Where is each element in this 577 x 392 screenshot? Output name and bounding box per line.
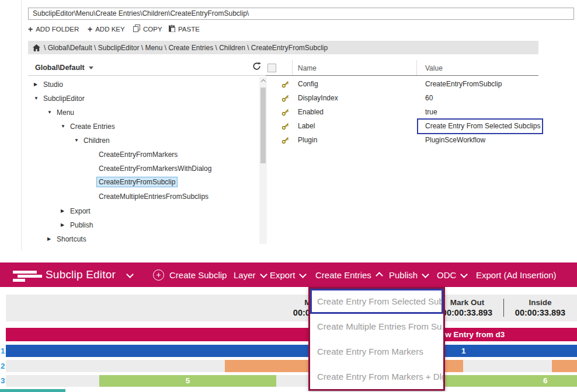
table-row-value[interactable]: true bbox=[425, 105, 437, 119]
table-row-value[interactable]: CreateEntryFromSubclip bbox=[425, 77, 502, 91]
app-logo bbox=[13, 279, 25, 282]
chevron-collapsed-icon[interactable] bbox=[61, 222, 70, 228]
tree-item-label: Children bbox=[84, 136, 110, 145]
tree-root-label: Global\Default bbox=[35, 64, 85, 72]
refresh-button[interactable] bbox=[252, 62, 261, 73]
inside-label: Inside bbox=[499, 298, 577, 308]
tree-item-label: CreateEntryFromSubclip bbox=[96, 177, 178, 187]
column-header-value[interactable]: Value bbox=[425, 61, 443, 75]
tree-item-create-entries[interactable]: Create Entries bbox=[61, 121, 115, 132]
chevron-down-icon bbox=[260, 271, 267, 278]
scroll-up-icon[interactable] bbox=[260, 79, 265, 84]
inside-section: Inside 00:00:33.893 bbox=[499, 298, 577, 318]
clip-number: 6 bbox=[543, 375, 548, 387]
breadcrumb[interactable]: \ Global\Default \ SubclipEditor \ Menu … bbox=[28, 41, 538, 54]
home-icon[interactable] bbox=[33, 44, 40, 51]
column-header-name[interactable]: Name bbox=[298, 61, 317, 75]
table-row-name[interactable]: Plugin bbox=[298, 133, 317, 147]
menu-export-ad-insertion[interactable]: Export (Ad Insertion) bbox=[476, 262, 557, 287]
chevron-down-icon bbox=[460, 271, 468, 278]
app-logo bbox=[18, 275, 42, 278]
tree-item-createentryfromsubclip-selected[interactable]: CreateEntryFromSubclip bbox=[96, 176, 178, 187]
table-row-name[interactable]: Enabled bbox=[298, 105, 324, 119]
chevron-collapsed-icon[interactable] bbox=[47, 236, 57, 242]
paste-button[interactable]: PASTE bbox=[168, 24, 200, 33]
chevron-down-icon bbox=[299, 271, 307, 278]
track-3-clip[interactable]: 5 bbox=[99, 375, 276, 387]
chevron-up-icon bbox=[376, 272, 383, 279]
tree-item-createmultipleentriesfromsubclips[interactable]: CreateMultipleEntriesFromSubclips bbox=[99, 191, 208, 202]
copy-icon bbox=[133, 24, 140, 33]
app-title[interactable]: Subclip Editor bbox=[46, 262, 116, 287]
dropdown-item-create-entry-from-markers[interactable]: Create Entry From Markers bbox=[310, 339, 443, 364]
tree-item-label: Shortcuts bbox=[57, 235, 86, 243]
track-label-3: 3 bbox=[1, 375, 6, 387]
timeline-entry-bar[interactable]: New Entry from d3 bbox=[6, 328, 577, 341]
tree-item-export[interactable]: Export bbox=[61, 205, 91, 216]
tree-item-createentryfrommarkers[interactable]: CreateEntryFromMarkers bbox=[99, 149, 178, 160]
path-input[interactable]: SubclipEditor\Menu\Create Entries\Childr… bbox=[28, 8, 574, 20]
plus-icon: + bbox=[28, 26, 33, 33]
chevron-expanded-icon[interactable] bbox=[34, 96, 43, 101]
paste-icon bbox=[168, 24, 175, 33]
column-divider bbox=[416, 60, 417, 75]
tree-item-subclipeditor[interactable]: SubclipEditor bbox=[34, 93, 85, 104]
chevron-collapsed-icon[interactable] bbox=[61, 208, 70, 214]
tree-item-label: Menu bbox=[57, 108, 74, 117]
table-row-name[interactable]: DisplayIndex bbox=[298, 91, 338, 105]
chevron-expanded-icon[interactable] bbox=[61, 124, 70, 129]
tree-item-publish[interactable]: Publish bbox=[61, 219, 93, 230]
tree-item-menu[interactable]: Menu bbox=[47, 107, 74, 118]
plus-icon: + bbox=[88, 26, 92, 33]
table-header-underline bbox=[266, 75, 538, 76]
table-row-value[interactable]: 60 bbox=[425, 91, 433, 105]
menu-layer[interactable]: Layer bbox=[234, 262, 266, 287]
menu-export[interactable]: Export bbox=[270, 262, 305, 287]
menu-odc[interactable]: ODC bbox=[437, 262, 467, 287]
create-subclip-button[interactable]: + Create Subclip bbox=[153, 262, 227, 287]
dropdown-item-create-multiple-entries-from-subclips[interactable]: Create Multiple Entries From Su... bbox=[310, 314, 443, 339]
plus-circle-icon: + bbox=[153, 270, 164, 281]
menu-publish-label: Publish bbox=[389, 270, 418, 280]
menu-create-entries-label: Create Entries bbox=[315, 270, 371, 280]
key-icon bbox=[281, 94, 289, 104]
table-row-name[interactable]: Config bbox=[298, 77, 318, 91]
chevron-collapsed-icon[interactable] bbox=[34, 82, 43, 87]
menu-create-entries[interactable]: Create Entries bbox=[315, 262, 382, 287]
chevron-expanded-icon[interactable] bbox=[74, 138, 84, 143]
track-2-clip[interactable] bbox=[552, 360, 577, 372]
copy-button[interactable]: COPY bbox=[133, 24, 162, 33]
copy-label: COPY bbox=[143, 26, 162, 33]
chevron-expanded-icon[interactable] bbox=[47, 110, 57, 115]
timeline-track-3: 5 6 bbox=[6, 375, 577, 387]
tree-root-selector[interactable]: Global\Default bbox=[35, 62, 93, 74]
menu-publish[interactable]: Publish bbox=[389, 262, 428, 287]
add-folder-button[interactable]: + ADD FOLDER bbox=[28, 24, 79, 33]
menu-export-ad-label: Export (Ad Insertion) bbox=[476, 270, 557, 280]
tree-item-label: Export bbox=[70, 207, 91, 215]
select-all-checkbox[interactable] bbox=[267, 64, 276, 72]
tree-item-shortcuts[interactable]: Shortcuts bbox=[47, 233, 86, 244]
menu-layer-label: Layer bbox=[234, 270, 256, 280]
key-icon bbox=[281, 136, 289, 146]
tree-scrollbar-thumb[interactable] bbox=[260, 88, 266, 163]
inside-value: 00:00:33.893 bbox=[499, 308, 577, 318]
timeline-track-1-bar[interactable]: 1 bbox=[6, 345, 577, 357]
table-row-name[interactable]: Label bbox=[298, 119, 315, 133]
clip-number: 1 bbox=[461, 345, 466, 357]
tree-item-createentryfrommarkerswithdialog[interactable]: CreateEntryFromMarkersWithDialog bbox=[99, 163, 211, 174]
timeline-track-4-clip[interactable] bbox=[0, 389, 65, 392]
tree-item-label: SubclipEditor bbox=[43, 94, 85, 103]
menu-export-label: Export bbox=[270, 270, 295, 280]
tree-item-studio[interactable]: Studio bbox=[34, 79, 63, 90]
tree-item-label: Create Entries bbox=[70, 123, 115, 131]
table-row-value[interactable]: PluginSceWorkflow bbox=[425, 133, 485, 147]
tree-item-label: Publish bbox=[70, 221, 93, 229]
add-key-button[interactable]: + ADD KEY bbox=[88, 24, 125, 33]
dropdown-item-create-entry-from-markers-dlg[interactable]: Create Entry From Markers + Dlg bbox=[310, 364, 443, 389]
app-logo bbox=[13, 271, 37, 274]
dropdown-item-create-entry-from-selected-subclips[interactable]: Create Entry From Selected Sub... bbox=[310, 289, 443, 314]
tree-item-children[interactable]: Children bbox=[74, 135, 110, 146]
key-icon bbox=[281, 122, 289, 132]
track-label-2: 2 bbox=[1, 360, 6, 372]
